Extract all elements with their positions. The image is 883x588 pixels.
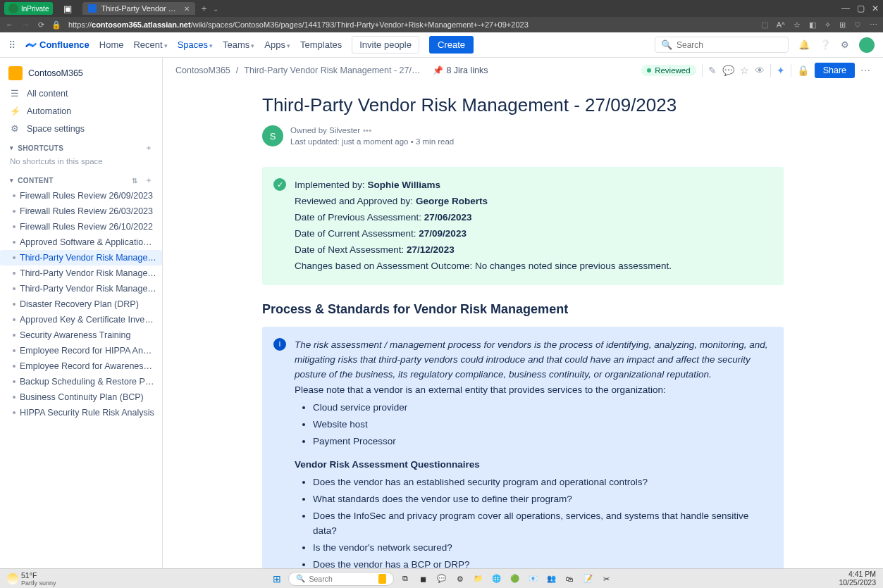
tree-item[interactable]: HIPPA Security Rule Risk Analysis — [0, 405, 162, 420]
tree-item[interactable]: Firewall Rules Review 26/10/2022 — [0, 219, 162, 234]
maximize-button[interactable]: ▢ — [857, 4, 865, 13]
settings-icon[interactable]: ⚙ — [841, 39, 849, 50]
more-browser-icon[interactable]: ⋯ — [870, 20, 877, 30]
create-button[interactable]: Create — [429, 36, 474, 54]
app-switcher-icon[interactable]: ⠿ — [8, 39, 16, 51]
extensions-icon[interactable]: ⊞ — [839, 20, 846, 30]
app-available-icon[interactable]: ⬚ — [761, 20, 768, 30]
tree-item[interactable]: Third-Party Vendor Risk Management - 27/… — [0, 265, 162, 281]
page-meta: Owned by Silvester••• Last updated: just… — [290, 125, 454, 147]
tree-item[interactable]: Employee Record for HIPPA Annual Trainin… — [0, 343, 162, 358]
tree-item[interactable]: Disaster Recovery Plan (DRP) — [0, 296, 162, 312]
nav-teams[interactable]: Teams▾ — [223, 39, 254, 50]
tree-item[interactable]: Business Continuity Plan (BCP) — [0, 389, 162, 405]
ext2-icon[interactable]: ♡ — [854, 20, 861, 30]
comment-icon[interactable]: 💬 — [722, 65, 734, 76]
tree-item[interactable]: Third-Party Vendor Risk Management - 27/… — [0, 250, 162, 265]
profile-avatar[interactable] — [859, 37, 875, 53]
minimize-button[interactable]: — — [841, 4, 850, 13]
refresh-button[interactable]: ⟳ — [38, 20, 44, 30]
breadcrumb-page[interactable]: Third-Party Vendor Risk Management - 27/… — [244, 65, 420, 75]
star-icon[interactable]: ☆ — [740, 65, 749, 76]
more-actions-icon[interactable]: ⋯ — [860, 65, 870, 76]
site-info-icon[interactable]: 🔒 — [51, 20, 61, 30]
page-tree: Firewall Rules Review 26/09/2023Firewall… — [0, 188, 162, 420]
split-screen-icon[interactable]: ◧ — [809, 20, 816, 30]
author-avatar[interactable]: S — [262, 125, 283, 146]
tree-item[interactable]: Firewall Rules Review 26/03/2023 — [0, 204, 162, 219]
add-page-icon[interactable]: ＋ — [145, 175, 152, 185]
watch-icon[interactable]: 👁 — [755, 65, 765, 76]
read-aloud-icon[interactable]: Aᴬ — [777, 20, 785, 30]
heading-process: Process & Standards for Vendor Risk Mana… — [262, 302, 784, 317]
search-input[interactable] — [677, 40, 782, 50]
tree-item[interactable]: Approved Software & Applications List — [0, 234, 162, 250]
tree-label: Approved Software & Applications List — [20, 237, 156, 247]
tree-label: HIPPA Security Rule Risk Analysis — [20, 408, 156, 418]
status-reviewed[interactable]: Reviewed — [641, 65, 696, 76]
space-header[interactable]: ContosoM365 — [0, 62, 162, 85]
nav-apps[interactable]: Apps▾ — [264, 39, 290, 50]
tree-item[interactable]: Firewall Rules Review 26/09/2023 — [0, 188, 162, 204]
sidebar-all-content[interactable]: ☰All content — [0, 85, 162, 102]
automation-icon: ⚡ — [10, 106, 20, 116]
inprivate-label: InPrivate — [21, 5, 49, 13]
help-icon[interactable]: ❔ — [820, 39, 831, 50]
close-window-button[interactable]: ✕ — [872, 4, 879, 13]
tree-item[interactable]: Employee Record for Awareness Training — [0, 358, 162, 374]
page-inner: Third-Party Vendor Risk Management - 27/… — [248, 94, 798, 568]
ai-icon[interactable]: ✦ — [777, 65, 785, 76]
divider — [770, 64, 771, 77]
space-name-label: ContosoM365 — [28, 68, 83, 78]
nav-home[interactable]: Home — [99, 39, 124, 50]
add-shortcut-icon[interactable]: ＋ — [145, 143, 152, 153]
nav-spaces[interactable]: Spaces▾ — [178, 39, 213, 50]
browser-tab-active[interactable]: Third-Party Vendor Risk Manage… ✕ — [82, 2, 195, 15]
address-bar[interactable]: https://contosom365.atlassian.net/wiki/s… — [68, 20, 754, 29]
breadcrumb-root[interactable]: ContosoM365 — [175, 65, 230, 75]
tab-overview-button[interactable]: ▣ — [57, 4, 78, 14]
sidebar: ContosoM365 ☰All content ⚡Automation ⚙Sp… — [0, 58, 163, 568]
questionnaire-heading: Vendor Risk Assessment Questionnaires — [295, 458, 772, 473]
forward-button[interactable]: → — [22, 20, 30, 30]
page-scroll[interactable]: Third-Party Vendor Risk Management - 27/… — [163, 83, 883, 568]
invite-people-button[interactable]: Invite people — [352, 36, 419, 54]
chevron-down-icon: ▾ — [287, 42, 290, 49]
sidebar-shortcuts-header[interactable]: ▾ SHORTCUTS ＋ — [0, 137, 162, 156]
nav-templates[interactable]: Templates — [300, 39, 342, 50]
tree-label: Firewall Rules Review 26/03/2023 — [20, 206, 156, 216]
tree-item[interactable]: Third-Party Vendor Risk Management - 27/… — [0, 281, 162, 296]
bullet-icon — [13, 287, 16, 290]
share-button[interactable]: Share — [815, 63, 855, 78]
nav-recent[interactable]: Recent▾ — [133, 39, 167, 50]
sidebar-space-settings[interactable]: ⚙Space settings — [0, 120, 162, 137]
lock-icon[interactable]: 🔒 — [797, 65, 809, 76]
owner-name[interactable]: Silvester — [329, 126, 360, 135]
sidebar-content-header[interactable]: ▾ CONTENT ⇅ ＋ — [0, 170, 162, 188]
back-button[interactable]: ← — [6, 20, 13, 30]
edit-icon[interactable]: ✎ — [708, 65, 717, 76]
nav-buttons: ← → ⟳ — [6, 20, 44, 30]
app-body: ContosoM365 ☰All content ⚡Automation ⚙Sp… — [0, 58, 883, 568]
address-bar-row: ← → ⟳ 🔒 https://contosom365.atlassian.ne… — [0, 17, 883, 32]
url-path: /wiki/spaces/ContosoM36/pages/1441793/Th… — [191, 20, 529, 29]
search-box[interactable]: 🔍 — [655, 37, 789, 53]
confluence-logo[interactable]: Confluence — [25, 39, 89, 51]
read-time: 3 min read — [416, 137, 454, 146]
confluence-logo-icon — [25, 39, 37, 51]
sidebar-automation[interactable]: ⚡Automation — [0, 102, 162, 120]
filter-icon[interactable]: ⇅ — [132, 177, 137, 184]
tree-item[interactable]: Backup Scheduling & Restore Procedure — [0, 374, 162, 389]
jira-links[interactable]: 📌 8 Jira links — [433, 65, 488, 75]
close-tab-icon[interactable]: ✕ — [184, 5, 190, 13]
tabs-menu-button[interactable]: ⌄ — [213, 5, 218, 13]
notifications-icon[interactable]: 🔔 — [798, 39, 810, 50]
info-panel-emphasis: The risk assessment / management process… — [295, 339, 768, 380]
new-tab-button[interactable]: ＋ — [199, 2, 209, 15]
tree-item[interactable]: Approved Key & Certificate Inventory — [0, 312, 162, 327]
tree-item[interactable]: Security Awareness Training — [0, 327, 162, 343]
collections-icon[interactable]: ✧ — [825, 20, 831, 30]
favorite-icon[interactable]: ☆ — [794, 20, 801, 30]
bullet-icon — [13, 396, 16, 399]
byline-more-icon[interactable]: ••• — [363, 126, 371, 135]
